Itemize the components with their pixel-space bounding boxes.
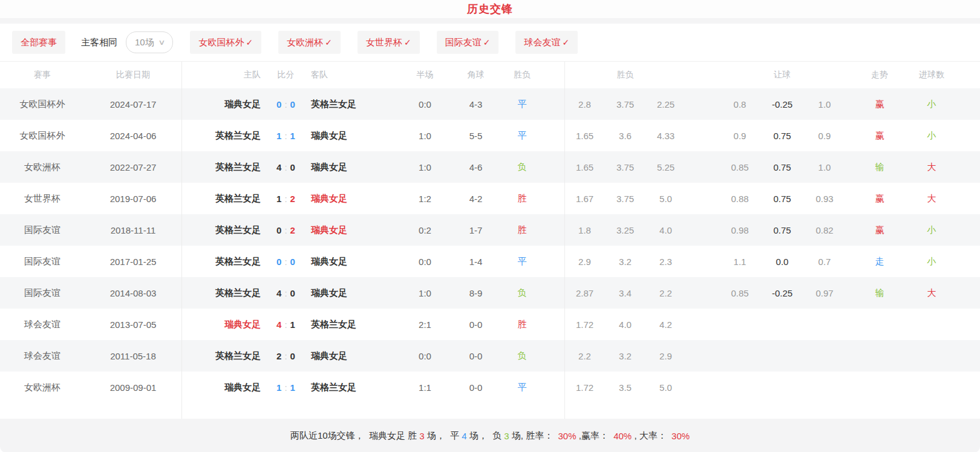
table-header-row: 赛事 比赛日期 主队 比分 客队 半场 角球 胜负 胜负 让球 走势 进球数 [0,62,980,88]
odds-home-win: 2.2 [564,351,605,361]
match-row[interactable]: 球会友谊 2013-07-05 瑞典女足 4:1 英格兰女足 2:1 0-0 胜… [0,309,980,340]
odds-home-win: 1.72 [564,319,605,330]
odds-away-win: 2.3 [645,257,686,267]
league-cell: 国际友谊 [0,287,85,299]
league-cell: 球会友谊 [0,350,85,362]
half-time-cell: 0:2 [399,225,451,235]
header-result: 胜负 [501,70,543,80]
match-row[interactable]: 球会友谊 2011-05-18 英格兰女足 2:0 瑞典女足 0:0 0-0 负… [0,340,980,372]
handicap-away-odds: 0.93 [803,194,846,204]
header-trend: 走势 [846,70,913,80]
score-separator: : [284,225,287,235]
home-team-cell: 瑞典女足 [181,382,263,393]
league-filter-chip[interactable]: 女欧国杯外 ✓ [190,31,261,54]
odds-home-win: 1.65 [564,162,605,172]
away-goals: 0 [290,288,295,298]
odds-draw: 3.2 [605,257,645,267]
summary-segment: 30% [558,431,576,441]
home-team-cell: 英格兰女足 [181,287,263,299]
league-cell: 女欧国杯外 [0,99,85,110]
away-goals: 0 [290,257,295,267]
date-cell: 2024-04-06 [85,131,181,141]
column-divider-left [181,62,182,419]
half-time-cell: 0:0 [399,257,451,267]
handicap-line: 0.75 [761,194,803,204]
odds-home-win: 1.67 [564,194,605,204]
summary-bar: 两队近10场交锋， 瑞典女足 胜 3 场， 平 4 场， 负 3 场, 胜率： … [0,419,980,452]
match-row[interactable]: 国际友谊 2018-11-11 英格兰女足 0:2 瑞典女足 0:2 1-7 胜… [0,214,980,246]
result-cell: 平 [501,130,543,142]
home-goals: 0 [276,257,281,267]
goals-over-under-cell: 小 [913,130,950,142]
corners-cell: 5-5 [451,131,501,141]
match-row[interactable]: 女欧洲杯 2022-07-27 英格兰女足 4:0 瑞典女足 1:0 4-6 负… [0,151,980,183]
half-time-cell: 1:0 [399,131,451,141]
summary-segment: 场, 胜率： [509,430,558,442]
odds-home-win: 2.8 [564,99,605,110]
score-cell: 4:0 [263,288,309,298]
handicap-away-odds: 1.0 [803,162,846,172]
header-away-team: 客队 [309,70,399,80]
match-row[interactable]: 国际友谊 2017-01-25 英格兰女足 0:0 瑞典女足 0:0 1-4 平… [0,246,980,277]
odds-away-win: 2.25 [645,99,686,110]
odds-draw: 3.2 [605,351,645,361]
trend-cell: 输 [846,162,913,173]
league-cell: 球会友谊 [0,319,85,330]
match-row[interactable]: 女世界杯 2019-07-06 英格兰女足 1:2 瑞典女足 1:2 4-2 胜… [0,183,980,214]
league-chip-list: 女欧国杯外 ✓ 女欧洲杯 ✓ 女世界杯 ✓ 国际友谊 ✓ 球会友谊 ✓ [190,31,578,54]
match-row[interactable]: 女欧国杯外 2024-04-06 英格兰女足 1:1 瑞典女足 1:0 5-5 … [0,120,980,151]
filter-all-events-button[interactable]: 全部赛事 [12,31,65,54]
match-row[interactable]: 国际友谊 2014-08-03 英格兰女足 4:0 瑞典女足 1:0 8-9 负… [0,277,980,309]
odds-away-win: 4.33 [645,131,686,141]
away-team-cell: 英格兰女足 [309,99,399,110]
score-cell: 2:0 [263,351,309,361]
check-icon: ✓ [483,38,491,47]
score-separator: : [284,288,287,298]
handicap-home-odds: 0.8 [719,99,761,110]
handicap-away-odds: 0.97 [803,288,846,298]
league-filter-label: 女欧国杯外 [198,37,244,48]
summary-segment: 30% [671,431,690,441]
home-goals: 1 [276,382,281,393]
odds-away-win: 2.9 [645,351,686,361]
home-goals: 4 [276,288,281,298]
league-filter-chip[interactable]: 球会友谊 ✓ [515,31,578,54]
away-team-cell: 瑞典女足 [309,350,399,362]
goals-over-under-cell: 小 [913,224,950,236]
handicap-away-odds: 0.7 [803,257,846,267]
home-team-cell: 英格兰女足 [181,130,263,142]
goals-over-under-cell: 小 [913,99,950,110]
odds-away-win: 4.2 [645,319,686,330]
score-cell: 1:1 [263,131,309,141]
away-team-cell: 瑞典女足 [309,287,399,299]
goals-over-under-cell: 大 [913,193,950,205]
score-cell: 0:2 [263,225,309,235]
league-filter-chip[interactable]: 女欧洲杯 ✓ [278,31,341,54]
goals-over-under-cell: 大 [913,162,950,173]
score-cell: 0:0 [263,99,309,110]
league-filter-chip[interactable]: 国际友谊 ✓ [437,31,499,54]
trend-cell: 赢 [846,130,913,142]
goals-over-under-cell: 大 [913,287,950,299]
goals-over-under-cell: 小 [913,256,950,267]
odds-away-win: 4.0 [645,225,686,235]
summary-segment: 场， 负 [467,430,505,442]
score-cell: 1:2 [263,194,309,204]
trend-cell: 赢 [846,224,913,236]
header-home-team: 主队 [181,70,263,80]
home-team-cell: 瑞典女足 [181,319,263,330]
corners-cell: 4-3 [451,99,501,110]
chevron-down-icon: ∨ [158,38,165,47]
handicap-home-odds: 1.1 [719,257,761,267]
league-filter-chip[interactable]: 女世界杯 ✓ [358,31,420,54]
match-count-dropdown[interactable]: 10场 ∨ [126,31,173,53]
league-cell: 国际友谊 [0,224,85,236]
away-goals: 1 [290,319,295,330]
away-team-cell: 瑞典女足 [309,224,399,236]
home-away-same-label: 主客相同 [81,37,117,48]
match-row[interactable]: 女欧洲杯 2009-09-01 瑞典女足 1:1 英格兰女足 1:1 0-0 平… [0,372,980,403]
odds-draw: 4.0 [605,319,645,330]
date-cell: 2024-07-17 [85,99,181,110]
match-row[interactable]: 女欧国杯外 2024-07-17 瑞典女足 0:0 英格兰女足 0:0 4-3 … [0,88,980,120]
result-cell: 平 [501,99,543,110]
